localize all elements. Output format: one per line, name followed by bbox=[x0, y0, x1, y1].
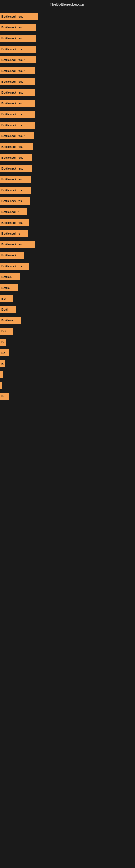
bar-row: Bottle bbox=[0, 283, 135, 293]
bar-25: Bottle bbox=[0, 284, 17, 291]
bar-label-15: Bottleneck result bbox=[1, 178, 26, 181]
bar-row: Bottleneck result bbox=[0, 44, 135, 54]
bar-30: B bbox=[0, 339, 6, 346]
bar-row: Bo bbox=[0, 348, 135, 358]
bar-label-1: Bottleneck result bbox=[1, 26, 26, 29]
bar-label-14: Bottleneck result bbox=[1, 167, 26, 170]
bar-label-28: Bottlene bbox=[1, 319, 13, 322]
bar-row: Bottleneck result bbox=[0, 174, 135, 184]
bar-16: Bottleneck result bbox=[0, 187, 31, 194]
bar-26: Bot bbox=[0, 295, 13, 302]
bar-19: Bottleneck resu bbox=[0, 219, 29, 226]
bar-label-27: Bottl bbox=[1, 308, 8, 311]
bar-label-11: Bottleneck result bbox=[1, 134, 26, 137]
bar-32: B bbox=[0, 360, 5, 367]
bar-29: Bot bbox=[0, 328, 13, 335]
bar-label-17: Bottleneck resul bbox=[1, 199, 25, 203]
bar-31: Bo bbox=[0, 349, 9, 356]
bar-label-29: Bot bbox=[1, 330, 6, 333]
bar-0: Bottleneck result bbox=[0, 13, 38, 20]
bar-row: B bbox=[0, 337, 135, 347]
bar-row: Bottleneck result bbox=[0, 131, 135, 141]
bar-row: Bot bbox=[0, 293, 135, 304]
bar-row: Bot bbox=[0, 326, 135, 336]
bar-row bbox=[0, 380, 135, 391]
bar-label-35: Bo bbox=[1, 395, 5, 398]
bar-row: Bottleneck result bbox=[0, 239, 135, 250]
bar-row: Bottleneck bbox=[0, 250, 135, 260]
bar-label-26: Bot bbox=[1, 297, 6, 300]
site-title: TheBottlenecker.com bbox=[0, 0, 135, 9]
bar-13: Bottleneck result bbox=[0, 154, 32, 161]
bar-row: Bottleneck result bbox=[0, 142, 135, 152]
bar-6: Bottleneck result bbox=[0, 78, 35, 85]
bar-5: Bottleneck result bbox=[0, 67, 35, 74]
bar-label-6: Bottleneck result bbox=[1, 80, 26, 83]
bar-row: Bottleneck result bbox=[0, 109, 135, 119]
bar-18: Bottleneck r bbox=[0, 208, 27, 215]
bar-24: Bottlen bbox=[0, 273, 20, 280]
bar-17: Bottleneck resul bbox=[0, 197, 30, 205]
bar-label-23: Bottleneck resu bbox=[1, 265, 24, 268]
bar-34 bbox=[0, 382, 2, 389]
bar-row: Bottleneck result bbox=[0, 55, 135, 65]
bar-33 bbox=[0, 371, 3, 378]
bar-label-25: Bottle bbox=[1, 286, 10, 289]
bar-label-22: Bottleneck bbox=[1, 254, 16, 257]
bar-row bbox=[0, 369, 135, 380]
bar-row: Bottleneck result bbox=[0, 163, 135, 174]
bar-row: Bottlen bbox=[0, 272, 135, 282]
bar-2: Bottleneck result bbox=[0, 35, 36, 42]
bar-label-4: Bottleneck result bbox=[1, 58, 26, 62]
bar-row: Bottleneck result bbox=[0, 152, 135, 163]
bar-label-8: Bottleneck result bbox=[1, 102, 26, 105]
bar-row: Bottleneck result bbox=[0, 185, 135, 195]
bar-label-13: Bottleneck result bbox=[1, 156, 26, 159]
bar-27: Bottl bbox=[0, 306, 16, 313]
bar-3: Bottleneck result bbox=[0, 45, 36, 53]
bar-7: Bottleneck result bbox=[0, 89, 35, 96]
bar-15: Bottleneck result bbox=[0, 176, 31, 183]
bar-label-3: Bottleneck result bbox=[1, 48, 26, 51]
bar-label-16: Bottleneck result bbox=[1, 188, 26, 192]
bar-row: Bottleneck result bbox=[0, 33, 135, 43]
bar-row: Bottl bbox=[0, 304, 135, 315]
bar-row: Bottleneck result bbox=[0, 98, 135, 108]
bar-row: Bottleneck result bbox=[0, 120, 135, 130]
bar-label-32: B bbox=[1, 362, 3, 365]
bar-label-5: Bottleneck result bbox=[1, 69, 26, 72]
bar-4: Bottleneck result bbox=[0, 56, 36, 63]
bar-22: Bottleneck bbox=[0, 252, 24, 259]
bar-21: Bottleneck result bbox=[0, 241, 35, 248]
bar-label-18: Bottleneck r bbox=[1, 210, 18, 214]
bar-row: Bottleneck resu bbox=[0, 261, 135, 271]
bar-row: Bottlene bbox=[0, 315, 135, 326]
bar-label-9: Bottleneck result bbox=[1, 113, 26, 116]
bar-28: Bottlene bbox=[0, 317, 21, 324]
bar-label-10: Bottleneck result bbox=[1, 123, 26, 127]
bar-label-21: Bottleneck result bbox=[1, 243, 26, 246]
bar-35: Bo bbox=[0, 393, 9, 400]
bar-9: Bottleneck result bbox=[0, 111, 35, 118]
bar-row: Bottleneck result bbox=[0, 76, 135, 87]
bar-row: Bottleneck result bbox=[0, 87, 135, 98]
bar-label-19: Bottleneck resu bbox=[1, 221, 24, 224]
bar-label-12: Bottleneck result bbox=[1, 145, 26, 148]
bar-row: Bo bbox=[0, 391, 135, 401]
bar-label-7: Bottleneck result bbox=[1, 91, 26, 94]
bar-14: Bottleneck result bbox=[0, 165, 32, 172]
bar-label-2: Bottleneck result bbox=[1, 37, 26, 40]
bar-11: Bottleneck result bbox=[0, 132, 34, 140]
bar-row: Bottleneck result bbox=[0, 22, 135, 33]
bar-20: Bottleneck re bbox=[0, 230, 28, 237]
bar-row: Bottleneck resu bbox=[0, 218, 135, 228]
bar-12: Bottleneck result bbox=[0, 143, 33, 150]
bar-23: Bottleneck resu bbox=[0, 262, 29, 270]
bar-row: B bbox=[0, 359, 135, 369]
bar-label-0: Bottleneck result bbox=[1, 15, 26, 18]
bar-label-30: B bbox=[1, 340, 3, 344]
bar-label-20: Bottleneck re bbox=[1, 232, 20, 235]
bar-row: Bottleneck result bbox=[0, 66, 135, 76]
bar-8: Bottleneck result bbox=[0, 100, 35, 107]
bars-container: Bottleneck resultBottleneck resultBottle… bbox=[0, 9, 135, 405]
